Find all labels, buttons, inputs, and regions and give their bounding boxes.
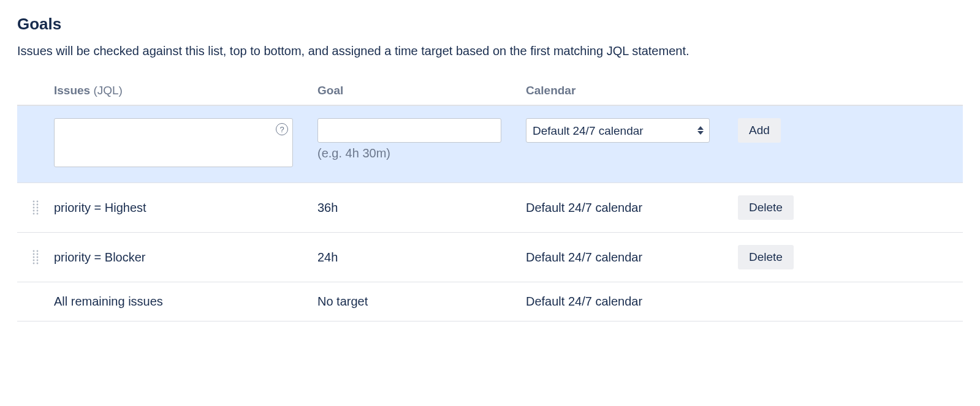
goal-hint: (e.g. 4h 30m)	[317, 146, 501, 160]
header-issues: Issues (JQL)	[54, 84, 317, 97]
jql-input[interactable]	[54, 118, 293, 167]
svg-point-20	[33, 263, 35, 265]
svg-point-2	[33, 201, 35, 203]
svg-point-17	[37, 257, 39, 258]
input-row: ? (e.g. 4h 30m) Default 24/7 calendar Ad…	[17, 106, 963, 183]
jql-cell: priority = Highest	[54, 201, 317, 215]
delete-button[interactable]: Delete	[738, 195, 794, 220]
jql-cell: priority = Blocker	[54, 250, 317, 265]
svg-point-14	[33, 254, 35, 255]
drag-handle-icon[interactable]	[17, 249, 54, 266]
goal-input[interactable]	[317, 118, 501, 143]
svg-point-5	[37, 204, 39, 206]
delete-button[interactable]: Delete	[738, 245, 794, 269]
jql-cell: All remaining issues	[54, 295, 317, 309]
svg-point-6	[33, 207, 35, 209]
header-issues-label: Issues	[54, 84, 90, 97]
svg-point-4	[33, 204, 35, 206]
table-header: Issues (JQL) Goal Calendar	[17, 84, 963, 106]
add-button[interactable]: Add	[738, 118, 781, 143]
svg-point-12	[33, 250, 35, 252]
calendar-cell: Default 24/7 calendar	[526, 201, 734, 215]
goals-table: Issues (JQL) Goal Calendar ? (e.g. 4h 30…	[17, 84, 963, 321]
table-row: priority = Highest36hDefault 24/7 calend…	[17, 183, 963, 233]
drag-handle-icon[interactable]	[17, 199, 54, 216]
header-issues-paren: (JQL)	[93, 84, 123, 97]
table-row: All remaining issuesNo targetDefault 24/…	[17, 282, 963, 321]
svg-point-21	[37, 263, 39, 265]
help-icon[interactable]: ?	[276, 123, 288, 135]
goal-cell: 24h	[317, 250, 526, 265]
goal-cell: No target	[317, 295, 526, 309]
table-row: priority = Blocker24hDefault 24/7 calend…	[17, 233, 963, 282]
calendar-cell: Default 24/7 calendar	[526, 250, 734, 265]
header-goal: Goal	[317, 84, 526, 97]
header-calendar: Calendar	[526, 84, 734, 97]
page-description: Issues will be checked against this list…	[17, 42, 963, 59]
calendar-select[interactable]: Default 24/7 calendar	[526, 118, 710, 143]
page-title: Goals	[17, 15, 963, 34]
svg-point-3	[37, 201, 39, 203]
calendar-cell: Default 24/7 calendar	[526, 295, 734, 309]
svg-point-19	[37, 260, 39, 261]
svg-point-16	[33, 257, 35, 258]
goal-cell: 36h	[317, 201, 526, 215]
svg-point-18	[33, 260, 35, 261]
svg-point-11	[37, 213, 39, 215]
svg-point-7	[37, 207, 39, 209]
svg-point-15	[37, 254, 39, 255]
svg-point-10	[33, 213, 35, 215]
svg-point-8	[33, 210, 35, 212]
svg-point-9	[37, 210, 39, 212]
svg-point-13	[37, 250, 39, 252]
